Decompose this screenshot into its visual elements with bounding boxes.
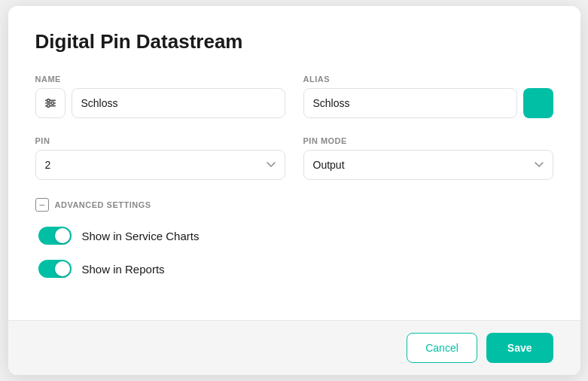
dialog-footer: Cancel Save: [8, 320, 580, 375]
collapse-icon: [35, 198, 49, 212]
dialog: Digital Pin Datastream NAME: [8, 6, 580, 375]
pin-mode-label: PIN MODE: [303, 136, 553, 145]
alias-label: ALIAS: [303, 75, 553, 84]
alias-input-wrapper: [303, 88, 553, 118]
show-service-charts-row: Show in Service Charts: [38, 227, 553, 245]
svg-point-5: [47, 105, 50, 108]
pin-group: PIN 2 3 4 5: [35, 136, 285, 180]
show-service-charts-toggle[interactable]: [38, 227, 72, 245]
alias-input[interactable]: [303, 88, 517, 118]
show-reports-label: Show in Reports: [82, 263, 165, 276]
svg-point-4: [50, 102, 53, 105]
name-alias-row: NAME ALIAS: [35, 75, 553, 118]
settings-icon-button[interactable]: [35, 88, 66, 118]
pin-mode-group: PIN MODE Input Output Input Pullup: [303, 136, 553, 180]
name-label: NAME: [35, 75, 285, 84]
name-input-wrapper: [35, 88, 285, 118]
pin-mode-select[interactable]: Input Output Input Pullup: [303, 150, 553, 180]
pin-label: PIN: [35, 136, 285, 145]
color-swatch-button[interactable]: [523, 88, 553, 118]
show-reports-row: Show in Reports: [38, 260, 553, 278]
pin-select[interactable]: 2 3 4 5: [35, 150, 285, 180]
cancel-button[interactable]: Cancel: [407, 333, 477, 363]
save-button[interactable]: Save: [486, 333, 553, 363]
show-service-charts-label: Show in Service Charts: [82, 230, 200, 242]
dialog-body: Digital Pin Datastream NAME: [8, 6, 580, 320]
name-input[interactable]: [72, 88, 285, 118]
advanced-settings-header[interactable]: ADVANCED SETTINGS: [35, 198, 553, 212]
dialog-title: Digital Pin Datastream: [35, 30, 553, 53]
sliders-icon: [44, 96, 57, 110]
name-group: NAME: [35, 75, 285, 118]
advanced-settings-label: ADVANCED SETTINGS: [55, 200, 151, 209]
alias-group: ALIAS: [303, 75, 553, 118]
show-reports-toggle[interactable]: [38, 260, 72, 278]
pin-row: PIN 2 3 4 5 PIN MODE Input Output Input …: [35, 136, 553, 180]
svg-point-3: [47, 99, 50, 102]
